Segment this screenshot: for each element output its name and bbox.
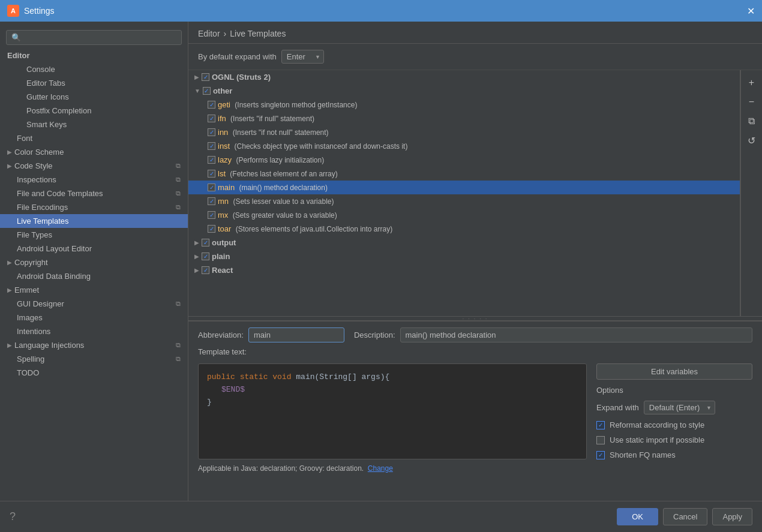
group-checkbox-output[interactable]: ✓: [202, 239, 209, 247]
template-row-mx[interactable]: ✓ mx (Sets greater value to a variable): [188, 208, 740, 222]
help-icon[interactable]: ?: [10, 510, 16, 523]
sidebar-item-smart-keys[interactable]: Smart Keys: [0, 118, 188, 131]
sidebar-item-emmet[interactable]: ▶ Emmet: [0, 283, 188, 297]
sidebar-item-code-style[interactable]: ▶ Code Style ⧉: [0, 159, 188, 173]
applicable-row: Applicable in Java: declaration; Groovy:…: [198, 464, 752, 473]
group-checkbox-plain[interactable]: ✓: [202, 253, 209, 260]
sidebar-item-file-encodings[interactable]: File Encodings ⧉: [0, 200, 188, 214]
chevron-right-icon: ▶: [194, 239, 199, 246]
sidebar-item-label: Code Style: [14, 161, 53, 170]
sidebar-item-language-injections[interactable]: ▶ Language Injections ⧉: [0, 338, 188, 352]
checkbox-static-import[interactable]: Use static import if possible: [596, 435, 752, 444]
sidebar-item-android-layout-editor[interactable]: Android Layout Editor: [0, 242, 188, 256]
group-ognl[interactable]: ▶ ✓ OGNL (Struts 2): [188, 70, 740, 84]
copy-icon: ⧉: [176, 162, 181, 170]
sidebar-item-todo[interactable]: TODO: [0, 366, 188, 380]
description-group: Description:: [354, 327, 752, 342]
sidebar-item-file-code-templates[interactable]: File and Code Templates ⧉: [0, 187, 188, 200]
template-checkbox-ifn[interactable]: ✓: [208, 115, 215, 122]
expand-with-label: By default expand with: [198, 52, 277, 61]
checkbox-shorten-fq[interactable]: ✓ Shorten FQ names: [596, 450, 752, 459]
template-row-geti[interactable]: ✓ geti (Inserts singleton method getInst…: [188, 98, 740, 112]
shorten-fq-checkbox[interactable]: ✓: [596, 451, 605, 459]
copy-icon: ⧉: [176, 203, 181, 211]
breadcrumb-parent: Editor: [198, 29, 220, 38]
group-checkbox-react[interactable]: ✓: [202, 266, 209, 274]
template-row-inn[interactable]: ✓ inn (Inserts "if not null" statement): [188, 125, 740, 139]
app-icon: A: [7, 5, 19, 17]
sidebar-section-editor[interactable]: Editor: [0, 49, 188, 62]
template-row-lst[interactable]: ✓ lst (Fetches last element of an array): [188, 167, 740, 181]
description-input[interactable]: [400, 327, 752, 342]
sidebar-item-gutter-icons[interactable]: Gutter Icons: [0, 90, 188, 104]
template-row-mn[interactable]: ✓ mn (Sets lesser value to a variable): [188, 194, 740, 208]
group-plain[interactable]: ▶ ✓ plain: [188, 250, 740, 263]
sidebar-item-spelling[interactable]: Spelling ⧉: [0, 352, 188, 366]
template-checkbox-toar[interactable]: ✓: [208, 225, 215, 233]
group-other[interactable]: ▼ ✓ other: [188, 84, 740, 98]
group-checkbox-other[interactable]: ✓: [203, 87, 211, 95]
template-checkbox-lazy[interactable]: ✓: [208, 156, 215, 164]
group-checkbox-ognl[interactable]: ✓: [202, 73, 209, 81]
template-row-toar[interactable]: ✓ toar (Stores elements of java.util.Col…: [188, 222, 740, 236]
abbreviation-label: Abbreviation:: [198, 330, 244, 339]
ok-button[interactable]: OK: [617, 508, 658, 525]
template-checkbox-geti[interactable]: ✓: [208, 101, 215, 109]
sidebar-item-color-scheme[interactable]: ▶ Color Scheme: [0, 145, 188, 159]
sidebar-item-live-templates[interactable]: Live Templates: [0, 214, 188, 228]
template-row-main[interactable]: ✓ main (main() method declaration): [188, 181, 740, 194]
code-line-3: }: [207, 396, 578, 409]
template-checkbox-lst[interactable]: ✓: [208, 170, 215, 178]
static-import-checkbox[interactable]: [596, 436, 605, 444]
copy-template-button[interactable]: ⧉: [744, 113, 760, 129]
reformat-checkbox[interactable]: ✓: [596, 421, 605, 429]
sidebar-item-android-data-binding[interactable]: Android Data Binding: [0, 269, 188, 283]
sidebar-item-file-types[interactable]: File Types: [0, 228, 188, 242]
apply-button[interactable]: Apply: [712, 508, 752, 525]
code-editor[interactable]: public static void main(String[] args){ …: [198, 363, 587, 459]
abbreviation-group: Abbreviation:: [198, 327, 344, 342]
main-content: Editor › Live Templates By default expan…: [188, 22, 762, 501]
edit-variables-button[interactable]: Edit variables: [596, 363, 752, 380]
cancel-button[interactable]: Cancel: [663, 508, 707, 525]
template-row-lazy[interactable]: ✓ lazy (Performs lazy initialization): [188, 153, 740, 167]
checkbox-reformat[interactable]: ✓ Reformat according to style: [596, 420, 752, 429]
sidebar-item-gui-designer[interactable]: GUI Designer ⧉: [0, 297, 188, 311]
applicable-change-link[interactable]: Change: [368, 464, 393, 473]
add-template-button[interactable]: +: [744, 75, 760, 91]
sidebar-item-images[interactable]: Images: [0, 311, 188, 324]
expand-with-select[interactable]: Enter Tab Space: [281, 50, 324, 64]
reformat-label: Reformat according to style: [610, 420, 704, 429]
template-list-area: ▶ ✓ OGNL (Struts 2) ▼ ✓ other ✓ geti (In…: [188, 70, 762, 316]
resize-handle[interactable]: · · · · ·: [188, 316, 762, 321]
template-row-ifn[interactable]: ✓ ifn (Inserts "if null" statement): [188, 112, 740, 125]
template-row-inst[interactable]: ✓ inst (Checks object type with instance…: [188, 139, 740, 153]
close-button[interactable]: ✕: [747, 5, 755, 17]
template-checkbox-inn[interactable]: ✓: [208, 128, 215, 136]
chevron-down-icon: ▼: [194, 88, 200, 94]
sidebar-item-copyright[interactable]: ▶ Copyright: [0, 256, 188, 269]
expand-with-options-select[interactable]: Default (Enter) Enter Tab Space: [644, 401, 715, 414]
remove-template-button[interactable]: −: [744, 94, 760, 110]
sidebar-item-inspections[interactable]: Inspections ⧉: [0, 173, 188, 187]
template-checkbox-mx[interactable]: ✓: [208, 211, 215, 219]
sidebar-item-font[interactable]: Font: [0, 131, 188, 145]
template-text-label: Template text:: [198, 347, 752, 356]
group-output[interactable]: ▶ ✓ output: [188, 236, 740, 250]
group-react[interactable]: ▶ ✓ React: [188, 263, 740, 277]
chevron-right-icon: ▶: [7, 163, 12, 169]
sidebar-item-editor-tabs[interactable]: Editor Tabs: [0, 76, 188, 90]
sidebar-item-postfix-completion[interactable]: Postfix Completion: [0, 104, 188, 118]
expand-select-wrapper: Enter Tab Space: [281, 50, 324, 64]
reset-template-button[interactable]: ↺: [744, 133, 760, 148]
description-label: Description:: [354, 330, 395, 339]
chevron-right-icon: ▶: [7, 259, 12, 266]
sidebar-item-console[interactable]: Console: [0, 62, 188, 76]
search-input[interactable]: [6, 30, 182, 45]
template-checkbox-main[interactable]: ✓: [208, 184, 215, 191]
template-checkbox-inst[interactable]: ✓: [208, 142, 215, 150]
abbreviation-input[interactable]: [248, 327, 344, 342]
chevron-right-icon: ▶: [7, 342, 12, 348]
template-checkbox-mn[interactable]: ✓: [208, 197, 215, 205]
sidebar-item-intentions[interactable]: Intentions: [0, 324, 188, 338]
